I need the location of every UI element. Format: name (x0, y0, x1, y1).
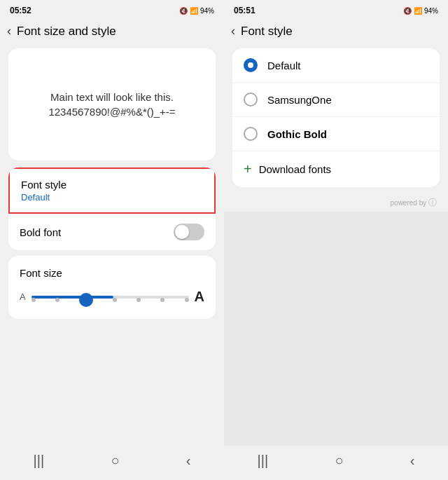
slider-large-a: A (195, 289, 204, 305)
left-nav-back[interactable]: ‹ (186, 453, 191, 469)
left-nav-home[interactable]: ○ (111, 453, 119, 469)
left-top-bar: ‹ Font size and style (0, 20, 224, 44)
right-top-bar: ‹ Font style (224, 20, 448, 44)
right-gray-area (224, 212, 448, 446)
font-style-item[interactable]: Font style Default (8, 167, 216, 214)
left-signal-icon: 🔇 (179, 7, 188, 15)
slider-dots (31, 293, 189, 307)
font-style-title: Font style (21, 179, 66, 191)
slider-dot-5 (136, 298, 141, 302)
bold-font-content: Bold font (20, 226, 61, 238)
powered-by-icon: ⓘ (428, 198, 437, 207)
font-style-content: Font style Default (21, 179, 66, 203)
toggle-knob (175, 225, 189, 239)
font-size-label: Font size (20, 267, 204, 279)
left-status-icons: 🔇 📶 94% (179, 7, 214, 15)
right-battery: 94% (424, 7, 438, 15)
bold-font-toggle[interactable] (174, 224, 204, 240)
slider-dot-1 (31, 298, 36, 302)
slider-dot-7 (185, 298, 189, 302)
slider-dot-6 (160, 298, 164, 302)
radio-samsungone-circle (244, 92, 258, 107)
slider-dot-2 (55, 298, 59, 302)
font-size-card: Font size A A (8, 256, 216, 319)
right-panel: 05:51 🔇 📶 94% ‹ Font style Default Samsu… (224, 0, 448, 480)
right-nav-back[interactable]: ‹ (410, 453, 415, 469)
bold-font-item[interactable]: Bold font (8, 214, 216, 250)
preview-line1: Main text will look like this. (50, 91, 174, 103)
font-style-section: Font style Default Bold font (8, 167, 216, 250)
left-nav-menu[interactable]: ||| (34, 453, 45, 469)
right-signal-icon: 🔇 (403, 7, 412, 15)
font-size-slider-row: A A (20, 289, 204, 305)
radio-item-default[interactable]: Default (232, 48, 440, 83)
left-status-bar: 05:52 🔇 📶 94% (0, 0, 224, 20)
radio-item-samsungone[interactable]: SamsungOne (232, 83, 440, 117)
left-wifi-icon: 📶 (190, 7, 198, 15)
radio-gothic-label: Gothic Bold (267, 128, 327, 140)
left-page-title: Font size and style (17, 25, 116, 39)
bold-font-title: Bold font (20, 226, 61, 238)
download-fonts-label: Download fonts (259, 163, 331, 175)
radio-default-circle (244, 58, 258, 72)
slider-dot-active[interactable] (79, 293, 93, 307)
right-status-bar: 05:51 🔇 📶 94% (224, 0, 448, 20)
radio-gothic-circle (244, 127, 258, 141)
right-page-title: Font style (241, 25, 293, 39)
download-fonts-item[interactable]: + Download fonts (232, 151, 440, 187)
preview-line2: 1234567890!@#%&*()_+-= (48, 106, 175, 118)
radio-default-label: Default (267, 60, 301, 71)
right-nav-bar: ||| ○ ‹ (224, 446, 448, 480)
font-style-subtitle: Default (21, 192, 66, 203)
plus-icon: + (244, 161, 252, 177)
left-back-button[interactable]: ‹ (7, 24, 11, 39)
preview-card: Main text will look like this. 123456789… (8, 48, 216, 160)
left-nav-bar: ||| ○ ‹ (0, 446, 224, 480)
right-wifi-icon: 📶 (414, 7, 422, 15)
right-nav-home[interactable]: ○ (335, 453, 343, 469)
right-nav-menu[interactable]: ||| (258, 453, 269, 469)
slider-small-a: A (20, 292, 26, 302)
left-status-time: 05:52 (10, 6, 31, 15)
left-panel: 05:52 🔇 📶 94% ‹ Font size and style Main… (0, 0, 224, 480)
powered-by-text: powered by ⓘ (224, 194, 448, 212)
right-status-icons: 🔇 📶 94% (403, 7, 438, 15)
radio-samsungone-label: SamsungOne (267, 94, 332, 106)
font-size-slider[interactable] (31, 296, 189, 299)
right-status-time: 05:51 (234, 6, 255, 15)
left-battery: 94% (200, 7, 214, 15)
font-style-list: Default SamsungOne Gothic Bold + Downloa… (232, 48, 440, 187)
right-back-button[interactable]: ‹ (231, 24, 235, 39)
slider-dot-4 (113, 298, 117, 302)
radio-item-gothic-bold[interactable]: Gothic Bold (232, 117, 440, 151)
